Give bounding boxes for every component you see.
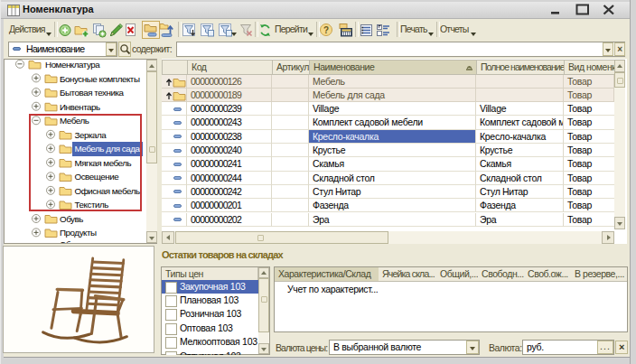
- svg-text:?: ?: [323, 25, 329, 35]
